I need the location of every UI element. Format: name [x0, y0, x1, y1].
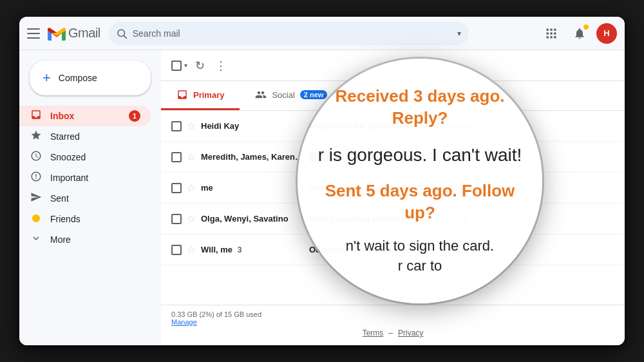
row-checkbox[interactable] [171, 214, 182, 224]
sidebar-item-sent[interactable]: Sent [19, 188, 151, 209]
gmail-m-icon [48, 26, 66, 41]
top-bar: Gmail Search mail ▾ H [19, 17, 625, 50]
svg-rect-5 [547, 32, 549, 34]
svg-rect-3 [550, 28, 552, 30]
svg-rect-2 [547, 28, 549, 30]
top-bar-right: H [540, 22, 617, 45]
manage-link[interactable]: Manage [171, 318, 197, 326]
row-checkbox[interactable] [171, 245, 182, 255]
tab-primary[interactable]: Primary [161, 81, 240, 110]
snoozed-icon [30, 150, 43, 164]
footer-separator: – [388, 329, 393, 338]
content-footer: 0.33 GB (2%) of 15 GB used Manage Terms … [161, 305, 625, 345]
social-badge: 2 new [300, 90, 328, 99]
row-star-icon[interactable]: ☆ [187, 120, 196, 132]
search-dropdown-icon[interactable]: ▾ [457, 29, 461, 38]
row-checkbox[interactable] [171, 152, 182, 162]
sent-label: Sent [50, 193, 140, 204]
inbox-icon [30, 109, 43, 123]
snoozed-label: Snoozed [50, 152, 140, 162]
magnifier-overlay: Received 3 days ago. Reply? r is gorgeou… [298, 59, 542, 303]
sidebar-item-snoozed[interactable]: Snoozed [19, 147, 151, 167]
more-chevron-icon [30, 233, 43, 247]
compose-plus-icon: + [43, 70, 51, 86]
apps-grid-icon [545, 27, 558, 40]
storage-info: 0.33 GB (2%) of 15 GB used Manage [171, 310, 614, 326]
row-star-icon[interactable]: ☆ [187, 243, 196, 256]
email-sender: Meredith, James, Karen 4 [201, 152, 304, 162]
inbox-label: Inbox [50, 111, 121, 121]
refresh-button[interactable]: ↻ [193, 56, 207, 75]
select-dropdown-icon[interactable]: ▾ [184, 62, 187, 69]
sidebar-item-friends[interactable]: Friends [19, 209, 151, 229]
magnifier-body-text-2: n't wait to sign the card. [346, 236, 494, 256]
more-label: More [50, 234, 140, 245]
svg-rect-7 [554, 32, 556, 34]
magnifier-body-text-1: r is gorgeous. I can't wait! [318, 142, 522, 167]
starred-label: Starred [50, 131, 140, 142]
important-label: Important [50, 173, 140, 183]
starred-icon [30, 129, 43, 144]
device-frame: Gmail Search mail ▾ H [19, 17, 625, 345]
magnifier-received-text: Received 3 days ago. Reply? [317, 86, 523, 129]
important-icon [30, 171, 43, 185]
search-bar[interactable]: Search mail ▾ [108, 22, 469, 45]
avatar[interactable]: H [596, 23, 617, 44]
friends-label: Friends [50, 214, 140, 224]
email-sender: Will, me 3 [201, 245, 304, 254]
compose-label: Compose [59, 73, 97, 83]
compose-button[interactable]: + Compose [30, 61, 151, 95]
tab-primary-label: Primary [193, 90, 224, 100]
bell-icon [573, 27, 586, 40]
notifications-button[interactable] [568, 22, 591, 45]
gmail-logo: Gmail [48, 26, 100, 41]
row-star-icon[interactable]: ☆ [187, 151, 196, 163]
select-all-area[interactable]: ▾ [171, 61, 187, 71]
row-checkbox[interactable] [171, 121, 182, 131]
social-tab-icon [255, 89, 267, 100]
friends-dot-icon [30, 213, 43, 225]
magnifier-sent-text: Sent 5 days ago. Follow up? [317, 180, 523, 224]
row-checkbox[interactable] [171, 183, 182, 193]
search-placeholder: Search mail [133, 28, 452, 39]
sidebar: + Compose Inbox 1 Starred Sn [19, 50, 161, 345]
sidebar-item-starred[interactable]: Starred [19, 126, 151, 147]
privacy-link[interactable]: Privacy [398, 329, 423, 338]
sidebar-item-important[interactable]: Important [19, 167, 151, 188]
sidebar-item-more[interactable]: More [19, 229, 151, 250]
svg-line-1 [124, 35, 126, 38]
email-sender: Heidi Kay [201, 121, 304, 131]
svg-rect-8 [547, 36, 549, 38]
svg-rect-9 [550, 36, 552, 38]
apps-button[interactable] [540, 22, 563, 45]
primary-tab-icon [176, 89, 188, 100]
select-all-checkbox[interactable] [171, 61, 182, 71]
magnifier-body-text-3: r car to [398, 256, 442, 276]
email-sender: Olga, Wenyi, Savatino [201, 214, 304, 224]
hamburger-icon[interactable] [27, 28, 40, 39]
sent-icon [30, 191, 43, 205]
terms-link[interactable]: Terms [363, 329, 384, 338]
row-star-icon[interactable]: ☆ [187, 182, 196, 194]
svg-rect-4 [554, 28, 556, 30]
row-star-icon[interactable]: ☆ [187, 213, 196, 225]
gmail-title: Gmail [68, 26, 100, 41]
email-sender: me [201, 183, 304, 193]
search-icon [116, 28, 128, 39]
footer-links: Terms – Privacy [171, 326, 614, 340]
sidebar-item-inbox[interactable]: Inbox 1 [19, 106, 151, 126]
tab-social-label: Social [272, 90, 294, 100]
more-options-button[interactable]: ⋮ [213, 56, 229, 75]
svg-rect-6 [550, 32, 552, 34]
storage-text: 0.33 GB (2%) of 15 GB used [171, 310, 261, 318]
svg-rect-10 [554, 36, 556, 38]
inbox-badge: 1 [129, 110, 140, 122]
